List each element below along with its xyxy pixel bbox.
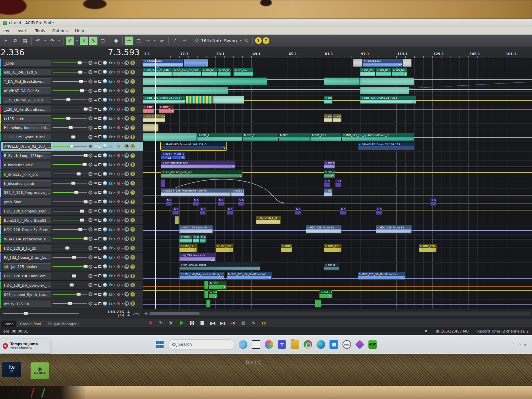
clip-fx-icon[interactable]: fx [401, 276, 404, 280]
fx-caret-icon[interactable]: ▾ [114, 209, 115, 212]
pan-control-icon[interactable] [103, 144, 107, 148]
clip-wh[interactable]: ↻ WH [193, 235, 199, 243]
track-name[interactable]: sth_jani125_shaker [3, 263, 51, 270]
track-fx-button[interactable]: fx [108, 153, 112, 158]
track-view-button[interactable] [98, 108, 101, 111]
track-volume-slider[interactable] [53, 163, 87, 167]
track-volume-slider[interactable] [53, 172, 87, 176]
clip-hdc-128[interactable]: ↻ HDC_128fx [215, 244, 233, 252]
fx-caret-icon[interactable]: ▾ [114, 265, 115, 268]
track-view-button[interactable] [98, 237, 101, 240]
mute-button[interactable]: M [124, 135, 129, 139]
arm-record-button[interactable] [88, 172, 92, 176]
settings-caret-icon[interactable]: ▾ [122, 209, 123, 212]
mute-button[interactable]: M [124, 236, 129, 241]
clip-sth-jani125-shake[interactable]: ↻ sth_jani125_shakefx [179, 263, 260, 271]
swing-caret[interactable]: ▾ [239, 37, 242, 45]
clip-hdc[interactable]: ↻ HDC [143, 105, 154, 113]
track-envelope-icon[interactable]: ≡ [94, 172, 97, 176]
clip-sth-drm[interactable]: ↻ sth_drmfx [324, 170, 335, 178]
slider-handle[interactable] [71, 182, 75, 185]
arm-record-button[interactable] [88, 283, 92, 287]
track-name[interactable]: 008_Looped_Synth_Loop_1... [3, 291, 51, 298]
mute-button[interactable]: M [124, 79, 129, 84]
mute-button[interactable]: M [124, 61, 129, 65]
scroll-left-arrow[interactable]: ◀ [145, 312, 147, 315]
automation-envelope-line[interactable] [143, 304, 532, 305]
track-name[interactable]: SE2_F_128_Progressive_L... [3, 189, 51, 196]
settings-caret-icon[interactable]: ▾ [122, 302, 123, 305]
track-volume-slider[interactable] [53, 209, 87, 213]
draw-tool-icon[interactable]: ✐ [66, 37, 74, 45]
track-row-26[interactable]: dts_fx_125_10≡fx▾⚙▾MS [0, 299, 143, 308]
pan-control-icon[interactable] [103, 153, 107, 158]
clip[interactable] [353, 59, 362, 67]
solo-button[interactable]: S [130, 181, 135, 186]
slider-handle[interactable] [72, 274, 76, 278]
track-row-6[interactable]: fx125_siren≡fx▾⚙▾MS [0, 114, 143, 123]
arm-record-button[interactable] [88, 89, 92, 93]
brush-caret[interactable]: ▾ [153, 37, 157, 45]
track-envelope-icon[interactable]: ≡ [94, 236, 97, 241]
clip-fx-icon[interactable]: fx [337, 248, 340, 252]
track-row-24[interactable]: HDC_128_D#_Complex_07≡fx▾⚙▾MS [0, 281, 143, 290]
solo-button[interactable]: S [130, 227, 135, 232]
track-fx-button[interactable]: fx [108, 181, 112, 186]
track-name[interactable]: T_DA_Pad_Breakdown... [3, 78, 51, 84]
clip-hdc-12[interactable]: ↻ HDC_12 [281, 244, 292, 252]
track-view-button[interactable] [98, 284, 101, 287]
slider-handle[interactable] [74, 191, 78, 194]
track-envelope-icon[interactable]: ≡ [94, 301, 97, 306]
track-row-5[interactable]: _128_G_HardComBass...≡fx▾⚙▾MS [0, 105, 143, 114]
solo-button[interactable]: S [130, 190, 135, 195]
arm-record-button[interactable] [88, 246, 92, 250]
track-view-button[interactable] [98, 228, 101, 231]
clip-bpm128-f-m[interactable]: ↻ Bpm128_F_M [256, 216, 281, 224]
track-row-14[interactable]: SE2_F_128_Progressive_L...≡fx▾⚙▾MS [0, 188, 143, 197]
clip-fx-icon[interactable]: fx [182, 100, 185, 104]
clip-fx-icon[interactable]: fx [227, 193, 230, 197]
fx-caret-icon[interactable]: ▾ [114, 219, 115, 222]
clip-fx-icon[interactable]: fx [433, 248, 436, 252]
settings-caret-icon[interactable]: ▾ [122, 70, 123, 73]
fx-caret-icon[interactable]: ▾ [114, 80, 115, 83]
clip[interactable] [204, 281, 208, 289]
dell-app-icon[interactable]: DELL [342, 340, 351, 349]
menu-insert[interactable]: Insert [16, 29, 28, 33]
pan-control-icon[interactable] [103, 246, 107, 250]
dock-tab-lorer[interactable]: lorer [1, 321, 16, 327]
mute-button[interactable]: M [124, 88, 129, 93]
creative-app-icon[interactable] [355, 340, 364, 349]
track-fx-button[interactable]: fx [108, 227, 112, 232]
track-view-button[interactable] [98, 80, 101, 83]
lock-paint-tool-icon[interactable]: ✎ [89, 37, 97, 45]
paint-tool-icon[interactable]: ✏ [125, 37, 133, 45]
track-envelope-icon[interactable]: ≡ [94, 274, 97, 278]
envelope-view-icon[interactable]: ◉ [112, 37, 120, 45]
menu-tools[interactable]: Tools [35, 29, 45, 33]
clip-fx-icon[interactable]: fx [412, 100, 415, 104]
track-fx-button[interactable]: fx [108, 107, 112, 111]
track-volume-slider[interactable] [53, 154, 87, 158]
widgets-weather-icon[interactable] [239, 340, 247, 349]
pan-control-icon[interactable] [103, 107, 107, 111]
track-volume-slider[interactable] [53, 237, 87, 241]
slider-handle[interactable] [76, 172, 81, 176]
settings-caret-icon[interactable]: ▾ [122, 256, 123, 259]
track-volume-slider[interactable] [53, 181, 87, 185]
track-settings-gear-icon[interactable]: ⚙ [116, 181, 120, 186]
pan-control-icon[interactable] [103, 302, 107, 306]
track-name[interactable]: n_drm125_kink_prc [3, 171, 51, 177]
track-view-button[interactable] [98, 173, 101, 176]
pan-control-icon[interactable] [103, 209, 107, 213]
track-envelope-icon[interactable]: ≡ [94, 246, 97, 250]
fx-caret-icon[interactable]: ▾ [114, 108, 115, 111]
solo-button[interactable]: S [130, 61, 135, 65]
arm-record-button[interactable] [88, 292, 92, 296]
track-row-9[interactable]: ANGLED_Drum_02_16B_...≡fx▾⚙▾MS [0, 142, 143, 151]
track-envelope-icon[interactable]: ≡ [94, 61, 97, 65]
mute-button[interactable]: M [124, 172, 129, 176]
track-envelope-icon[interactable]: ≡ [94, 153, 97, 158]
task-view-icon[interactable] [252, 340, 260, 349]
track-row-20[interactable]: HDC_128_B_Fx_20≡fx▾⚙▾MS [0, 244, 143, 253]
